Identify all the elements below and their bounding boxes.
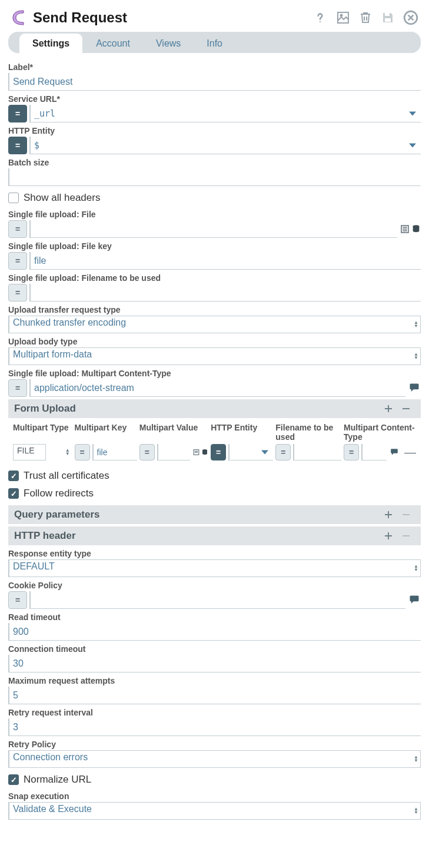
snap-execution-select[interactable]: Validate & Execute [8, 802, 421, 820]
tab-info[interactable]: Info [194, 34, 235, 53]
expr-button[interactable]: = [139, 444, 155, 460]
tab-settings[interactable]: Settings [19, 33, 83, 54]
retry-interval-lbl: Retry request interval [8, 708, 421, 717]
max-attempts-input[interactable] [8, 687, 421, 704]
connection-timeout-lbl: Connection timeout [8, 644, 421, 654]
sfu-multipart-ct-lbl: Single file upload: Multipart Content-Ty… [8, 369, 421, 378]
svg-point-0 [320, 21, 321, 22]
save-icon[interactable] [381, 11, 395, 25]
remove-row-icon[interactable] [397, 531, 415, 541]
col-multipart-key: Multipart Key [75, 423, 137, 442]
cookie-policy-input[interactable] [29, 591, 405, 609]
show-all-headers-lbl: Show all headers [24, 192, 100, 204]
expr-button[interactable]: = [8, 591, 27, 609]
retry-interval-input[interactable] [8, 718, 421, 736]
expr-button[interactable]: = [8, 379, 27, 397]
query-parameters-title: Query parameters [14, 509, 380, 521]
multipart-value-input[interactable] [157, 444, 190, 460]
service-url-input[interactable] [29, 105, 421, 122]
remove-row-icon[interactable]: — [402, 446, 416, 459]
sfu-multipart-ct-input[interactable] [29, 379, 405, 397]
sfu-filename-lbl: Single file upload: Filename to be used [8, 273, 421, 283]
trust-all-checkbox[interactable] [8, 471, 19, 481]
normalize-url-checkbox[interactable] [8, 774, 19, 785]
row-ctype-input[interactable] [361, 444, 387, 460]
trust-all-lbl: Trust all certificates [24, 470, 109, 482]
col-multipart-value: Multipart Value [139, 423, 208, 442]
svg-rect-4 [385, 18, 391, 22]
row-http-entity-input[interactable] [228, 444, 273, 460]
expr-button[interactable]: = [275, 444, 291, 460]
snap-execution-lbl: Snap execution [8, 791, 421, 801]
normalize-url-lbl: Normalize URL [24, 774, 91, 786]
connection-timeout-input[interactable] [8, 655, 421, 672]
http-header-section: HTTP header [8, 526, 421, 545]
remove-row-icon[interactable] [397, 403, 415, 414]
read-timeout-lbl: Read timeout [8, 612, 421, 622]
sfu-filename-input[interactable] [29, 284, 421, 302]
help-icon[interactable] [312, 10, 328, 25]
list-icon[interactable] [400, 224, 410, 234]
close-icon[interactable] [403, 10, 418, 25]
max-attempts-lbl: Maximum request attempts [8, 676, 421, 685]
suggest-icon[interactable] [389, 448, 400, 456]
col-http-entity: HTTP Entity [211, 423, 273, 442]
row-filename-input[interactable] [293, 444, 341, 460]
form-upload-section: Form Upload [8, 399, 421, 418]
tab-account[interactable]: Account [83, 34, 143, 53]
retry-policy-select[interactable]: Connection errors [8, 750, 421, 768]
suggest-icon[interactable] [408, 383, 421, 393]
follow-redirects-checkbox[interactable] [8, 488, 19, 499]
upload-body-type-select[interactable]: Multipart form-data [8, 347, 421, 365]
add-row-icon[interactable] [380, 531, 397, 541]
remove-row-icon[interactable] [397, 509, 415, 520]
sfu-file-input[interactable] [29, 220, 397, 238]
add-row-icon[interactable] [380, 403, 397, 414]
expr-button[interactable]: = [8, 137, 27, 154]
show-all-headers-checkbox[interactable] [8, 193, 19, 203]
expr-button[interactable]: = [8, 284, 27, 302]
expr-button[interactable]: = [8, 220, 27, 238]
upload-body-type-lbl: Upload body type [8, 337, 421, 346]
snap-logo-icon [11, 9, 27, 26]
expr-button[interactable]: = [8, 252, 27, 270]
multipart-key-input[interactable] [92, 444, 137, 460]
multipart-type-select[interactable]: FILE [13, 444, 46, 460]
expr-button[interactable]: = [344, 444, 359, 460]
retry-policy-lbl: Retry Policy [8, 740, 421, 749]
dialog-header: Send Request [8, 6, 421, 32]
query-parameters-section: Query parameters [8, 505, 421, 524]
label-input[interactable] [8, 73, 421, 91]
delete-icon[interactable] [358, 11, 373, 25]
list-icon[interactable] [192, 448, 200, 456]
form-upload-title: Form Upload [14, 403, 380, 415]
http-entity-input[interactable] [29, 137, 421, 154]
image-icon[interactable] [336, 11, 350, 25]
expr-button[interactable]: = [75, 444, 90, 460]
http-entity-lbl: HTTP Entity [8, 126, 421, 135]
sfu-file-lbl: Single file upload: File [8, 210, 421, 219]
http-header-title: HTTP header [14, 530, 380, 542]
tab-views[interactable]: Views [143, 34, 194, 53]
add-row-icon[interactable] [380, 509, 397, 520]
database-icon[interactable] [411, 224, 421, 234]
expr-button[interactable]: = [8, 105, 27, 122]
response-entity-type-select[interactable]: DEFAULT [8, 559, 421, 577]
label-lbl: Label* [8, 62, 421, 72]
database-icon[interactable] [201, 448, 208, 456]
col-multipart-type: Multipart Type [13, 423, 72, 442]
sfu-file-key-input[interactable] [29, 252, 421, 270]
dialog-title: Send Request [33, 9, 307, 26]
tab-bar: Settings Account Views Info [8, 32, 421, 53]
follow-redirects-lbl: Follow redirects [24, 488, 94, 499]
cookie-policy-lbl: Cookie Policy [8, 581, 421, 590]
expr-button[interactable]: = [211, 444, 226, 460]
read-timeout-input[interactable] [8, 623, 421, 641]
form-upload-row: FILE▲▼ = = = = = — [8, 442, 421, 464]
upload-transfer-type-select[interactable]: Chunked transfer encoding [8, 316, 421, 333]
batch-size-input[interactable] [8, 168, 421, 186]
response-entity-type-lbl: Response entity type [8, 549, 421, 558]
suggest-icon[interactable] [408, 595, 421, 605]
batch-size-lbl: Batch size [8, 158, 421, 167]
col-content-type: Multipart Content-Type [344, 423, 416, 442]
